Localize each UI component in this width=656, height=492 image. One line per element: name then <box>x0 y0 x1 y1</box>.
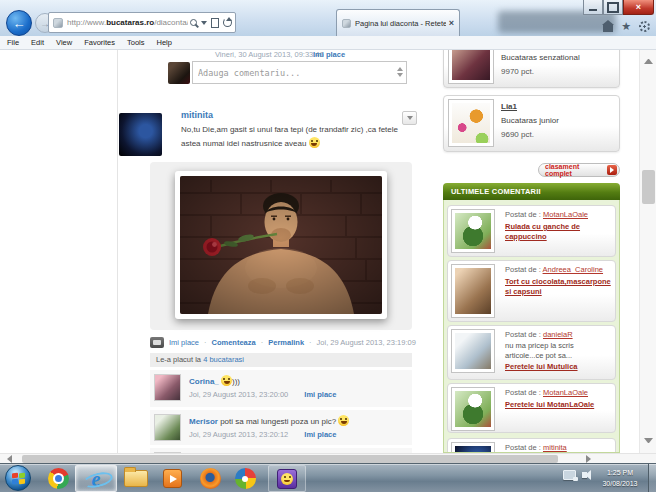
user-link[interactable]: danielaR <box>543 330 573 339</box>
avatar[interactable] <box>451 442 495 453</box>
scroll-left-icon[interactable] <box>7 455 12 463</box>
taskbar-media-player-button[interactable] <box>158 465 186 492</box>
taskbar-explorer-button[interactable] <box>121 465 151 492</box>
post-options-button[interactable] <box>402 111 417 125</box>
favorites-star-icon[interactable]: ★ <box>621 21 631 32</box>
post-text: No,tu Die,am gasit si unul fara tepi (de… <box>181 124 413 150</box>
user-link[interactable]: MotanLaOale <box>543 210 588 219</box>
scroll-up-icon[interactable] <box>644 55 653 64</box>
comment-author-link[interactable]: Corina_ <box>189 377 219 386</box>
taskbar-yahoo-messenger-button[interactable] <box>268 465 306 492</box>
ranking-user-link[interactable]: Lia1 <box>501 102 517 111</box>
comment-text: Corina_ ))) <box>189 370 412 386</box>
avatar[interactable] <box>154 374 181 401</box>
ranking-points: 9690 pct. <box>501 130 534 139</box>
menu-view[interactable]: View <box>56 38 72 47</box>
comment-input[interactable] <box>193 63 406 84</box>
ranking-title: Bucataras senzational <box>501 53 580 62</box>
comment-author-link[interactable]: Merisor <box>189 417 218 426</box>
address-bar[interactable]: http://www.bucataras.ro/diaconta/wall/ <box>48 12 236 33</box>
start-button[interactable] <box>5 465 31 491</box>
post-likes-bar: Le-a placut la 4 bucatarasi <box>150 353 412 367</box>
minimize-button[interactable] <box>583 0 603 15</box>
wall-link[interactable]: Peretele lui MotanLaOale <box>505 400 615 410</box>
back-button[interactable]: ← <box>6 10 32 36</box>
scroll-down-icon[interactable] <box>644 438 653 447</box>
horizontal-scrollbar[interactable] <box>0 453 656 463</box>
avatar[interactable] <box>451 329 495 373</box>
menu-file[interactable]: File <box>7 38 19 47</box>
url-text[interactable]: http://www.bucataras.ro/diaconta/wall/ <box>67 18 188 27</box>
taskbar-chrome-button[interactable] <box>44 465 72 492</box>
avatar[interactable] <box>119 113 162 156</box>
search-icon[interactable] <box>190 19 197 26</box>
media-player-icon <box>163 469 182 488</box>
menu-help[interactable]: Help <box>157 38 172 47</box>
browser-tab[interactable]: Pagina lui diaconta - Retete... × <box>336 9 460 36</box>
search-dropdown-icon[interactable] <box>201 21 207 25</box>
maximize-button[interactable] <box>603 0 623 15</box>
latest-comment-card: Postat de : mitinita <box>447 438 616 453</box>
taskbar: e 1:25 PM 30/08/2013 <box>0 463 656 492</box>
taskbar-pinwheel-app-button[interactable] <box>231 465 259 492</box>
post-author-link[interactable]: mitinita <box>181 110 213 120</box>
taskbar-firefox-button[interactable] <box>196 465 224 492</box>
comment-like-link[interactable]: Imi place <box>304 390 336 399</box>
menu-edit[interactable]: Edit <box>31 38 44 47</box>
post-comment-link[interactable]: Comenteaza <box>212 338 256 347</box>
network-icon[interactable] <box>563 470 576 480</box>
avatar[interactable] <box>154 414 181 441</box>
home-icon[interactable] <box>603 25 613 32</box>
comment-date: Joi, 29 August 2013, 23:20:00 <box>189 390 288 399</box>
latest-comment-card: Postat de : MotanLaOale Peretele lui Mot… <box>447 383 616 433</box>
vertical-scrollbar[interactable] <box>639 50 656 453</box>
user-link[interactable]: MotanLaOale <box>543 388 588 397</box>
user-link[interactable]: Andreea_Caroline <box>543 265 603 274</box>
ranking-card: Lia1 Bucataras junior 9690 pct. <box>443 95 620 152</box>
vertical-scrollbar-thumb[interactable] <box>642 170 655 204</box>
avatar[interactable] <box>451 264 495 318</box>
avatar[interactable] <box>451 387 495 431</box>
avatar[interactable] <box>448 50 494 84</box>
likes-count-link[interactable]: 4 bucatarasi <box>203 355 244 364</box>
close-button[interactable]: × <box>623 0 654 15</box>
horizontal-scrollbar-thumb[interactable] <box>22 455 558 463</box>
avatar[interactable] <box>448 99 494 147</box>
refresh-icon[interactable] <box>223 18 232 27</box>
taskbar-clock[interactable]: 1:25 PM 30/08/2013 <box>596 467 644 489</box>
user-link[interactable]: mitinita <box>543 443 567 452</box>
comment-like-link[interactable]: Imi place <box>304 430 336 439</box>
menu-tools[interactable]: Tools <box>127 38 145 47</box>
gear-icon[interactable] <box>639 21 650 32</box>
scroll-right-icon[interactable] <box>586 455 591 463</box>
tab-close-icon[interactable]: × <box>449 18 454 28</box>
recipe-link[interactable]: Tort cu ciocolata,mascarpone si capsuni <box>505 277 615 297</box>
system-tray <box>563 470 592 480</box>
full-ranking-button[interactable]: clasament complet <box>538 163 620 177</box>
previous-post-like-link[interactable]: Imi place <box>313 50 345 59</box>
latest-comment-card: Postat de : danielaR nu ma pricep la scr… <box>447 325 616 380</box>
latest-comments-header: ULTIMELE COMENTARII <box>443 183 620 200</box>
comment-date: Joi, 29 August 2013, 23:20:12 <box>189 430 288 439</box>
separator: : <box>539 210 541 219</box>
input-spinner-icon[interactable] <box>397 67 403 77</box>
wall-link[interactable]: Peretele lui Mutulica <box>505 362 615 372</box>
compatibility-view-icon[interactable] <box>211 18 219 28</box>
avatar[interactable] <box>168 62 190 84</box>
separator: : <box>539 388 541 397</box>
post-date: Joi, 29 August 2013, 23:19:09 <box>317 338 416 347</box>
post-permalink-link[interactable]: Permalink <box>268 338 304 347</box>
posted-by-label: Postat de <box>505 210 537 219</box>
volume-icon[interactable] <box>582 472 587 478</box>
avatar[interactable] <box>451 209 495 253</box>
post-photo[interactable] <box>175 171 387 319</box>
comment-text: Merisor poti sa mai lungesti poza un pic… <box>189 410 412 426</box>
show-desktop-button[interactable] <box>648 464 656 492</box>
taskbar-internet-explorer-button[interactable]: e <box>75 465 117 492</box>
post-like-link[interactable]: Imi place <box>169 338 199 347</box>
man-with-rose-photo <box>180 176 382 314</box>
recipe-link[interactable]: Rulada cu ganche de cappuccino <box>505 222 615 242</box>
comment-meta: Joi, 29 August 2013, 23:20:00 Imi place <box>189 390 412 399</box>
menu-favorites[interactable]: Favorites <box>84 38 115 47</box>
separator: : <box>539 443 541 452</box>
